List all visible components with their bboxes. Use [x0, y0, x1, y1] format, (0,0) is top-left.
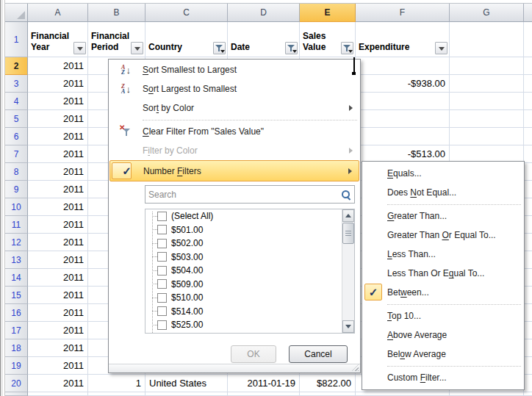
- cell-H18[interactable]: [524, 339, 532, 357]
- cell-F5[interactable]: [356, 110, 450, 128]
- row-header-19[interactable]: 19: [5, 357, 28, 375]
- row-header-9[interactable]: 9: [5, 181, 28, 198]
- row-header-6[interactable]: 6: [5, 128, 28, 145]
- submenu-item-above-average[interactable]: Above Average: [362, 325, 524, 345]
- row-header-10[interactable]: 10: [5, 198, 28, 216]
- row-header-18[interactable]: 18: [5, 339, 28, 357]
- cell-A16[interactable]: 2011: [28, 304, 88, 322]
- cell-A4[interactable]: 2011: [28, 93, 88, 110]
- cell-A12[interactable]: 2011: [28, 234, 88, 251]
- scroll-down-button[interactable]: [342, 320, 354, 333]
- filter-value-item[interactable]: $504.00: [145, 264, 354, 278]
- cell-C21-partial[interactable]: [145, 392, 228, 396]
- cell-H19[interactable]: [524, 357, 532, 375]
- cell-A2[interactable]: 2011: [28, 57, 88, 75]
- checkbox[interactable]: [157, 293, 167, 303]
- row-header-4[interactable]: 4: [5, 93, 28, 110]
- cell-C20[interactable]: United States: [145, 375, 228, 392]
- cell-F21-partial[interactable]: [356, 392, 450, 396]
- submenu-item-below-average[interactable]: Below Average: [362, 345, 524, 364]
- menu-item-sort-smallest-to-largest[interactable]: AZ↓Sort Smallest to Largest: [109, 60, 359, 79]
- values-scrollbar[interactable]: [342, 209, 354, 333]
- cell-H5[interactable]: [524, 110, 532, 128]
- column-header-C[interactable]: C: [145, 4, 228, 22]
- row-header-7[interactable]: 7: [5, 145, 28, 163]
- cell-F6[interactable]: [356, 128, 450, 145]
- cell-G4[interactable]: [450, 93, 524, 110]
- row-header-14[interactable]: 14: [5, 269, 28, 287]
- submenu-item-does-not-equal[interactable]: Does Not Equal...: [362, 183, 524, 202]
- submenu-item-less-than[interactable]: Less Than...: [362, 245, 524, 264]
- filter-value-item[interactable]: $514.00: [145, 305, 354, 319]
- cell-H8[interactable]: [524, 163, 532, 181]
- column-header-F[interactable]: F: [356, 4, 450, 22]
- row-header-12[interactable]: 12: [5, 234, 28, 251]
- cell-H15[interactable]: [524, 287, 532, 304]
- cell-F2[interactable]: [356, 57, 450, 75]
- cell-H20[interactable]: [524, 375, 532, 392]
- checkbox[interactable]: [157, 225, 167, 234]
- row-header-1[interactable]: 1: [5, 22, 28, 57]
- cell-H6[interactable]: [524, 128, 532, 145]
- active-cell-fill-handle[interactable]: [352, 72, 356, 75]
- header-cell-G1[interactable]: [450, 22, 524, 57]
- cell-A20[interactable]: 2011: [28, 375, 88, 392]
- menu-item-sort-largest-to-smallest[interactable]: ZA↓Sort Largest to Smallest: [109, 79, 359, 98]
- filter-dropdown-button-B[interactable]: [131, 42, 143, 54]
- filter-value-item[interactable]: $510.00: [145, 291, 354, 305]
- filter-applied-button-C[interactable]: [213, 42, 226, 54]
- checkbox[interactable]: [157, 266, 167, 276]
- menu-item-clear-filter-from-sales-value[interactable]: ✕Clear Filter From "Sales Value": [109, 122, 359, 141]
- cell-A9[interactable]: 2011: [28, 181, 88, 198]
- row-header-20[interactable]: 20: [5, 375, 28, 392]
- row-header-11[interactable]: 11: [5, 216, 28, 234]
- cell-A18[interactable]: 2011: [28, 339, 88, 357]
- cell-A13[interactable]: 2011: [28, 251, 88, 269]
- search-input[interactable]: [145, 186, 340, 203]
- submenu-item-less-than-or-equal-to[interactable]: Less Than Or Equal To...: [362, 264, 524, 283]
- cell-G2[interactable]: [450, 57, 524, 75]
- cell-A19[interactable]: 2011: [28, 357, 88, 375]
- cell-A3[interactable]: 2011: [28, 75, 88, 93]
- cell-E21-partial[interactable]: [300, 392, 356, 396]
- cell-H12[interactable]: [524, 234, 532, 251]
- row-header-3[interactable]: 3: [5, 75, 28, 93]
- row-header-partial[interactable]: [5, 392, 28, 396]
- cell-A14[interactable]: 2011: [28, 269, 88, 287]
- cell-A8[interactable]: 2011: [28, 163, 88, 181]
- filter-dropdown-button-F[interactable]: [435, 42, 447, 54]
- cell-H9[interactable]: [524, 181, 532, 198]
- cancel-button[interactable]: Cancel: [289, 345, 348, 363]
- column-header-A[interactable]: A: [28, 4, 88, 22]
- submenu-item-between[interactable]: ✓Between...: [362, 283, 524, 302]
- cell-G21-partial[interactable]: [450, 392, 524, 396]
- cell-H3[interactable]: [524, 75, 532, 93]
- header-cell-H1[interactable]: [524, 22, 532, 57]
- header-cell-F1[interactable]: Expenditure: [356, 22, 450, 57]
- cell-H13[interactable]: [524, 251, 532, 269]
- submenu-item-top-10[interactable]: Top 10...: [362, 306, 524, 325]
- cell-A10[interactable]: 2011: [28, 198, 88, 216]
- cell-E20[interactable]: $822.00: [300, 375, 356, 392]
- filter-value-item[interactable]: $509.00: [145, 278, 354, 292]
- header-cell-E1[interactable]: Sales Value: [300, 22, 356, 57]
- header-cell-A1[interactable]: Financial Year: [28, 22, 88, 57]
- filter-value-item-partial[interactable]: [145, 332, 354, 334]
- cell-H21-partial[interactable]: [524, 392, 532, 396]
- filter-value-item[interactable]: $503.00: [145, 251, 354, 264]
- row-header-5[interactable]: 5: [5, 110, 28, 128]
- menu-item-number-filters[interactable]: ✓Number Filters: [109, 160, 359, 181]
- filter-value-item[interactable]: $502.00: [145, 237, 354, 251]
- row-header-15[interactable]: 15: [5, 287, 28, 304]
- filter-applied-button-E[interactable]: [341, 42, 353, 54]
- cell-H14[interactable]: [524, 269, 532, 287]
- filter-value-item[interactable]: $501.00: [145, 223, 354, 237]
- row-header-13[interactable]: 13: [5, 251, 28, 269]
- scroll-up-button[interactable]: [342, 209, 354, 222]
- cell-H2[interactable]: [524, 57, 532, 75]
- filter-applied-button-D[interactable]: [285, 42, 298, 54]
- scrollbar-thumb[interactable]: [342, 223, 354, 244]
- cell-A15[interactable]: 2011: [28, 287, 88, 304]
- row-header-2[interactable]: 2: [5, 57, 28, 75]
- cell-D20[interactable]: 2011-01-19: [228, 375, 300, 392]
